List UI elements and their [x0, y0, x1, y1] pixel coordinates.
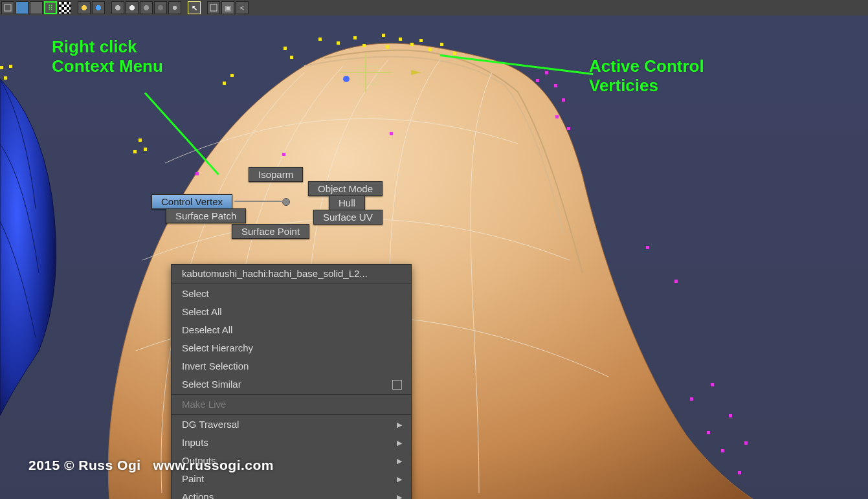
sphere-md-icon[interactable]: [140, 1, 153, 14]
cube-wire-icon[interactable]: [30, 1, 43, 14]
bracket-icon[interactable]: ⠿: [44, 1, 57, 14]
menu-select[interactable]: Select: [172, 285, 411, 303]
cube-outline-icon[interactable]: [207, 1, 220, 14]
mm-line: [234, 201, 284, 202]
svg-point-5: [343, 76, 350, 82]
top-toolbar: ⠿ ↖ ▣ <: [0, 0, 868, 16]
menu-select-similar[interactable]: Select Similar: [172, 375, 411, 394]
mm-surface-patch[interactable]: Surface Patch: [166, 208, 246, 223]
marking-menu-center: [282, 198, 290, 206]
menu-select-hierarchy[interactable]: Select Hierarchy: [172, 339, 411, 357]
mm-control-vertex[interactable]: Control Vertex: [151, 194, 232, 209]
mm-object-mode[interactable]: Object Mode: [308, 181, 383, 196]
submenu-arrow-icon: ▶: [397, 418, 402, 431]
menu-select-all[interactable]: Select All: [172, 303, 411, 321]
menu-make-live: Make Live: [172, 395, 411, 414]
mm-surface-point[interactable]: Surface Point: [232, 224, 309, 239]
viewport-3d[interactable]: Right click Context Menu Active Control …: [0, 14, 868, 499]
head-icon[interactable]: [111, 1, 124, 14]
mm-isoparm[interactable]: Isoparm: [249, 167, 303, 182]
cube-icon[interactable]: [1, 1, 14, 14]
cube-lit-icon[interactable]: [16, 1, 28, 14]
checker-icon[interactable]: [58, 1, 71, 14]
svg-rect-1: [210, 5, 217, 11]
window-icon[interactable]: ▣: [221, 1, 234, 14]
sphere-lg-icon[interactable]: [126, 1, 139, 14]
submenu-arrow-icon: ▶: [397, 436, 402, 449]
sun-icon[interactable]: [78, 1, 91, 14]
submenu-arrow-icon: ▶: [397, 472, 402, 485]
arrow-icon[interactable]: ↖: [188, 1, 201, 14]
blue-dot-icon[interactable]: [92, 1, 105, 14]
svg-rect-0: [5, 5, 11, 11]
sphere-dk-icon[interactable]: [154, 1, 167, 14]
menu-actions[interactable]: Actions▶: [172, 488, 411, 499]
menu-invert-selection[interactable]: Invert Selection: [172, 357, 411, 375]
submenu-arrow-icon: ▶: [397, 454, 402, 467]
menu-dg-traversal[interactable]: DG Traversal▶: [172, 416, 411, 434]
menu-deselect-all[interactable]: Deselect All: [172, 321, 411, 339]
scene-graphics: [0, 14, 868, 499]
mm-surface-uv[interactable]: Surface UV: [313, 210, 383, 225]
watermark: 2015 © Russ Ogi www.russogi.com: [28, 458, 274, 473]
checkbox-icon[interactable]: [392, 380, 402, 390]
sphere-sm-icon[interactable]: [168, 1, 181, 14]
share-icon[interactable]: <: [236, 1, 249, 14]
context-menu-header[interactable]: kabutomushi_hachi:hachi_base_solid_L2...: [172, 265, 411, 283]
menu-inputs[interactable]: Inputs▶: [172, 434, 411, 452]
mm-hull[interactable]: Hull: [329, 195, 365, 210]
submenu-arrow-icon: ▶: [397, 491, 402, 499]
